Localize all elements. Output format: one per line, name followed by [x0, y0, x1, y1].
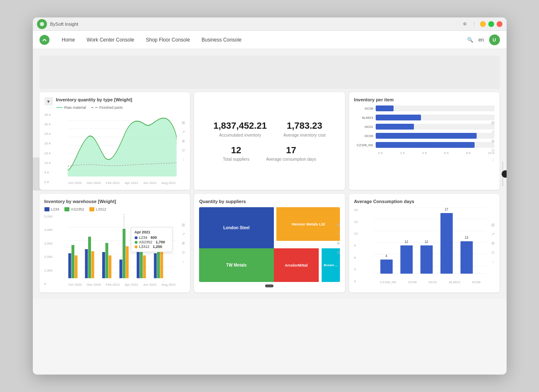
settings-icon[interactable]: ⚙: [462, 21, 468, 27]
chart-icon-item-3[interactable]: ⊕: [490, 138, 496, 145]
chart-legend-warehouse: L234 AS2352 L3312: [44, 207, 185, 211]
maximize-button[interactable]: □: [488, 21, 494, 27]
tooltip-row-l234: L234 600: [135, 235, 169, 240]
nav-home[interactable]: Home: [61, 35, 76, 44]
svg-text:12: 12: [425, 239, 428, 244]
hbar-track-dc01: [376, 124, 495, 130]
chart-icon-sup-3[interactable]: ⊕: [335, 240, 342, 247]
chart-icon-wh-1[interactable]: ⊞: [180, 222, 187, 228]
hbar-dc01: DC01: [354, 124, 495, 130]
svg-rect-13: [71, 245, 74, 278]
chart-title-consumption: Average Consumption days: [354, 199, 495, 204]
svg-point-0: [40, 22, 44, 26]
chart-icon-5[interactable]: ↓: [180, 156, 187, 163]
hbar-dc08: DC08: [354, 105, 495, 111]
legend-l234-label: L234: [51, 207, 59, 211]
chart-icon-wh-4[interactable]: ⊙: [180, 249, 187, 256]
close-button[interactable]: ✕: [497, 21, 502, 27]
tooltip-val-as2352: 1,700: [156, 240, 165, 244]
minimize-button[interactable]: —: [480, 21, 486, 27]
chart-icon-item-4[interactable]: ⊙: [490, 147, 496, 154]
chart-icons-type: ⊞ ↗ ⊕ ⊙ ↓: [180, 120, 187, 163]
chart-icon-4[interactable]: ⊙: [180, 147, 187, 154]
hbar-fill-cz108: [376, 142, 475, 148]
chart-icon-con-1[interactable]: ⊞: [490, 222, 496, 228]
chart-icon-3[interactable]: ⊕: [180, 138, 187, 145]
language-selector[interactable]: en: [478, 37, 484, 43]
chart-icon-item-2[interactable]: ↗: [490, 129, 496, 135]
chart-icons-consumption: ⊞ ↗ ⊕ ⊙ ↓: [490, 222, 496, 265]
chart-icons-item: ⊞ ↗ ⊕ ⊙ ↓: [490, 120, 496, 163]
pagination-dot: [265, 284, 273, 287]
stat-consumption-value: 17: [266, 145, 316, 156]
menu-icon[interactable]: ⋮: [471, 21, 477, 27]
window-controls: ⚙ ⋮ — □ ✕: [462, 21, 502, 27]
treemap-hanson: Hanson Metals Ltd: [276, 207, 340, 241]
hbar-fill-dc06: [376, 133, 477, 139]
treemap-label-london: London Steel: [223, 225, 249, 230]
page-header: [39, 56, 500, 89]
tooltip-dot-l3312: [135, 245, 138, 248]
search-icon[interactable]: 🔍: [467, 37, 473, 43]
chart-icon-con-3[interactable]: ⊕: [490, 240, 496, 247]
nav-shop-floor[interactable]: Shop Floor Console: [145, 35, 191, 44]
chart-icon-1[interactable]: ⊞: [180, 120, 187, 126]
legend-as2352-color: [64, 207, 69, 211]
chart-icon-wh-2[interactable]: ↗: [180, 231, 187, 238]
hbar-track-dc08: [376, 105, 495, 111]
nav-business[interactable]: Business Console: [201, 35, 242, 44]
stat-avg-cost-label: Average inventory cost: [283, 133, 326, 137]
legend-l234-color: [44, 207, 49, 211]
hbar-chart: DC08 ALMG3 DC01: [354, 105, 495, 176]
chart-icon-item-1[interactable]: ⊞: [490, 120, 496, 126]
tooltip-label-l3312: L3312: [139, 245, 150, 249]
stat-avg-cost: 1,783.23 Average inventory cost: [283, 120, 326, 137]
x-axis-labels-consumption: CZ108_NSDC06DC01ALMG3DC08: [374, 280, 487, 284]
chart-icon-con-5[interactable]: ↓: [490, 258, 496, 265]
tooltip-title: Apr 2021: [135, 230, 169, 234]
chart-icon-sup-5[interactable]: ↓: [335, 258, 342, 265]
stat-accumulated-label: Accumulated inventory: [213, 133, 266, 137]
hbar-dc06: DC06: [354, 133, 495, 139]
chart-icon-con-2[interactable]: ↗: [490, 231, 496, 238]
chart-icon-wh-3[interactable]: ⊕: [180, 240, 187, 247]
tooltip-row-l3312: L3312 1,200: [135, 245, 169, 249]
app-logo: [37, 19, 47, 29]
svg-rect-20: [108, 255, 111, 278]
user-avatar[interactable]: U: [489, 34, 500, 45]
chart-icon-sup-2[interactable]: ↗: [335, 231, 342, 238]
hbar-almg3: ALMG3: [354, 115, 495, 120]
svg-rect-12: [68, 253, 71, 278]
legend-as2352-label: AS2352: [71, 207, 84, 211]
svg-rect-19: [105, 243, 108, 278]
legend-raw-color: [56, 107, 63, 108]
consumption-chart-svg: 4 12 12 17 13: [374, 207, 487, 278]
svg-rect-14: [74, 255, 77, 278]
chart-icon-2[interactable]: ↗: [180, 129, 187, 135]
chart-legend-inventory-type: Raw material Finished parts: [56, 105, 185, 110]
tooltip-label-as2352: AS2352: [139, 240, 153, 244]
legend-l3312-label: L3312: [96, 207, 106, 211]
svg-text:17: 17: [445, 207, 448, 211]
card-stats: 1,837,452.21 Accumulated inventory 1,783…: [194, 92, 345, 190]
svg-rect-15: [85, 249, 88, 278]
treemap-label-tw: TW Metals: [226, 263, 246, 267]
chart-icon-sup-1[interactable]: ⊞: [335, 222, 342, 228]
svg-rect-23: [126, 246, 128, 278]
chart-icon-item-5[interactable]: ↓: [490, 156, 496, 163]
hbar-cz108: CZ108_NS: [354, 142, 495, 148]
card-inventory-per-item: Inventory per item DC08 ALMG3: [349, 92, 500, 190]
legend-raw-label: Raw material: [64, 105, 86, 110]
treemap-london-steel: London Steel: [199, 207, 273, 248]
filter-icon[interactable]: ▼: [44, 97, 53, 105]
x-axis-labels-type: Oct 2020Dec 2020Feb 2021Apr 2021Jun 2021…: [68, 181, 177, 185]
chart-icon-wh-5[interactable]: ↓: [180, 258, 187, 265]
nav-work-center[interactable]: Work Center Console: [86, 35, 135, 44]
hbar-label-dc01: DC01: [354, 125, 376, 129]
hbar-track-cz108: [376, 142, 495, 148]
x-axis-labels-warehouse: Oct 2020Dec 2020Feb 2021Apr 2021Jun 2021…: [68, 283, 177, 287]
chart-icon-con-4[interactable]: ⊙: [490, 249, 496, 256]
content-area: ▼ Inventory quantity by type [Weight] Ra…: [33, 49, 507, 299]
chart-icon-sup-4[interactable]: ⊙: [335, 249, 342, 256]
chart-title-inventory-type: Inventory quantity by type [Weight]: [56, 97, 185, 102]
